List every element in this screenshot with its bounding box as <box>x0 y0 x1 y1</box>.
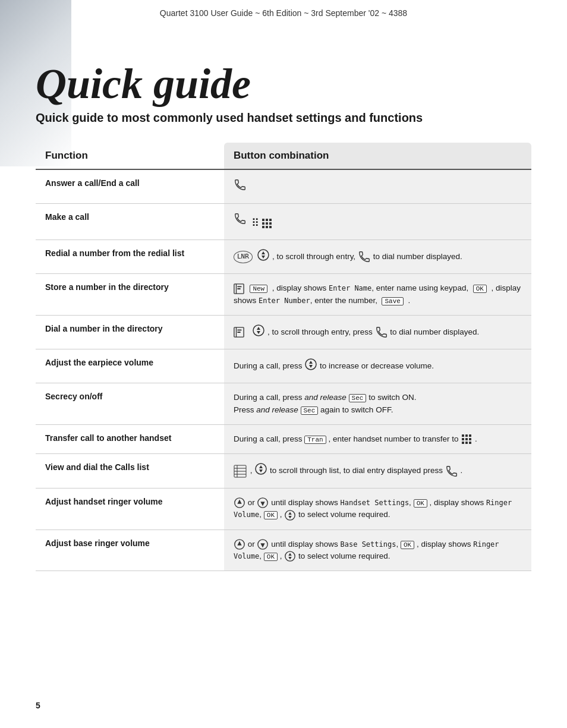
function-label: Adjust base ringer volume <box>36 530 224 571</box>
scroll-icon2 <box>252 324 265 341</box>
vol-scroll-icon <box>304 358 317 374</box>
function-label: Adjust the earpiece volume <box>36 349 224 383</box>
button-combination: During a call, press to increase or decr… <box>224 349 531 383</box>
transfer-text3: . <box>475 434 477 443</box>
ok-key4: OK <box>401 541 414 549</box>
function-label: Make a call <box>36 204 224 240</box>
svg-rect-32 <box>462 442 464 444</box>
table-row: Store a number in the directory New , di… <box>36 274 531 316</box>
svg-marker-10 <box>262 251 265 254</box>
svg-rect-29 <box>462 438 464 440</box>
sec-key1: Sec <box>349 394 367 402</box>
svg-rect-30 <box>465 438 468 440</box>
function-label: Redial a number from the redial list <box>36 240 224 274</box>
directory-icon2 <box>234 327 244 338</box>
tran-key: Tran <box>304 436 326 444</box>
main-content: Quick guide Quick guide to most commonly… <box>0 24 567 595</box>
svg-rect-27 <box>465 434 468 437</box>
function-label: Dial a number in the directory <box>36 315 224 349</box>
ok-key: OK <box>473 285 487 293</box>
table-row: Adjust handset ringer volume or until di… <box>36 488 531 530</box>
svg-marker-25 <box>309 365 313 368</box>
svg-point-20 <box>253 325 264 336</box>
table-row: Answer a call/End a call <box>36 169 531 204</box>
function-label: Store a number in the directory <box>36 274 224 316</box>
base-text3: to select volume required. <box>298 551 390 560</box>
table-row: Adjust the earpiece volume During a call… <box>36 349 531 383</box>
button-combination: LNR , to scroll through entry, <box>224 240 531 274</box>
function-label: View and dial the Calls list <box>36 454 224 488</box>
svg-rect-4 <box>266 222 268 225</box>
svg-rect-0 <box>262 219 264 221</box>
col-header-function: Function <box>36 143 224 169</box>
button-combination: , to scroll through list, to dial entry … <box>224 454 531 488</box>
scroll-icon3 <box>254 462 267 479</box>
secrecy-text1: During a call, press and release <box>234 393 349 402</box>
function-label: Answer a call/End a call <box>36 169 224 204</box>
svg-rect-18 <box>237 330 241 331</box>
keypad-transfer-icon <box>461 433 472 445</box>
scroll-vol-icon3 <box>284 550 296 562</box>
sec-key2: Sec <box>301 406 319 415</box>
function-label: Transfer call to another handset <box>36 424 224 453</box>
ringer-text3: to select volume required. <box>298 510 390 519</box>
redial-key: LNR <box>234 251 253 263</box>
phone-handset-icon <box>234 178 247 191</box>
calls-comma: , <box>250 466 255 475</box>
svg-rect-8 <box>269 226 272 228</box>
page-number: 5 <box>36 701 40 710</box>
phone-icon3 <box>375 326 388 339</box>
down-arrow-icon <box>257 497 269 509</box>
svg-rect-1 <box>266 219 268 221</box>
earpiece-text: During a call, press <box>234 361 304 370</box>
earpiece-text2: to increase or decrease volume. <box>320 361 434 370</box>
button-combination: or until display shows Handset Settings,… <box>224 488 531 530</box>
svg-rect-15 <box>237 288 240 289</box>
comma-text: , to scroll through entry, <box>272 252 358 261</box>
svg-rect-2 <box>269 219 272 221</box>
transfer-text2: , enter handset number to transfer to <box>328 434 461 443</box>
subtitle: Quick guide to most commonly used handse… <box>36 111 531 125</box>
svg-marker-49 <box>289 515 292 518</box>
svg-rect-33 <box>465 442 468 444</box>
phone-dial-icon <box>358 250 371 263</box>
svg-rect-31 <box>469 438 471 440</box>
svg-marker-46 <box>261 502 265 506</box>
svg-point-40 <box>256 464 266 474</box>
store-desc: , display shows Enter Name, enter name u… <box>272 283 471 292</box>
ok-key2: OK <box>414 499 427 508</box>
new-key: New <box>250 285 267 293</box>
button-combination: During a call, press Tran , enter handse… <box>224 424 531 453</box>
table-row: Adjust base ringer volume or until displ… <box>36 530 531 571</box>
table-header-row: Function Button combination <box>36 143 531 169</box>
store-desc3: . <box>408 296 410 305</box>
svg-marker-41 <box>259 465 263 468</box>
ok-key3: OK <box>264 511 278 519</box>
table-row: Transfer call to another handset During … <box>36 424 531 453</box>
phone-calls-icon <box>445 465 458 478</box>
directory-icon <box>234 283 244 294</box>
keypad-grid-icon <box>261 218 273 229</box>
table-row: Dial a number in the directory <box>36 315 531 349</box>
up-arrow-icon2 <box>234 538 245 550</box>
svg-marker-24 <box>309 361 313 364</box>
save-key: Save <box>382 297 403 305</box>
table-row: Secrecy on/off During a call, press and … <box>36 383 531 425</box>
scroll-vol-icon <box>257 248 270 265</box>
calls-period: . <box>461 466 463 475</box>
dial-dir-text: , to scroll through entry, press <box>267 327 375 336</box>
ringer-or: or <box>248 498 257 507</box>
svg-marker-44 <box>237 500 241 504</box>
svg-point-54 <box>285 551 295 561</box>
svg-marker-55 <box>289 553 292 556</box>
table-row: Make a call ⠿ <box>36 204 531 240</box>
svg-rect-28 <box>469 434 471 437</box>
svg-marker-56 <box>289 557 292 560</box>
button-combination: ⠿ <box>224 204 531 240</box>
secrecy-text3: again to switch OFF. <box>320 405 393 414</box>
phone-handset-icon <box>234 212 247 225</box>
redial-text2: to dial number displayed. <box>373 252 462 261</box>
svg-point-47 <box>285 510 295 519</box>
dial-dir-text2: to dial number displayed. <box>390 327 479 336</box>
quick-guide-table: Function Button combination Answer a cal… <box>36 143 531 571</box>
